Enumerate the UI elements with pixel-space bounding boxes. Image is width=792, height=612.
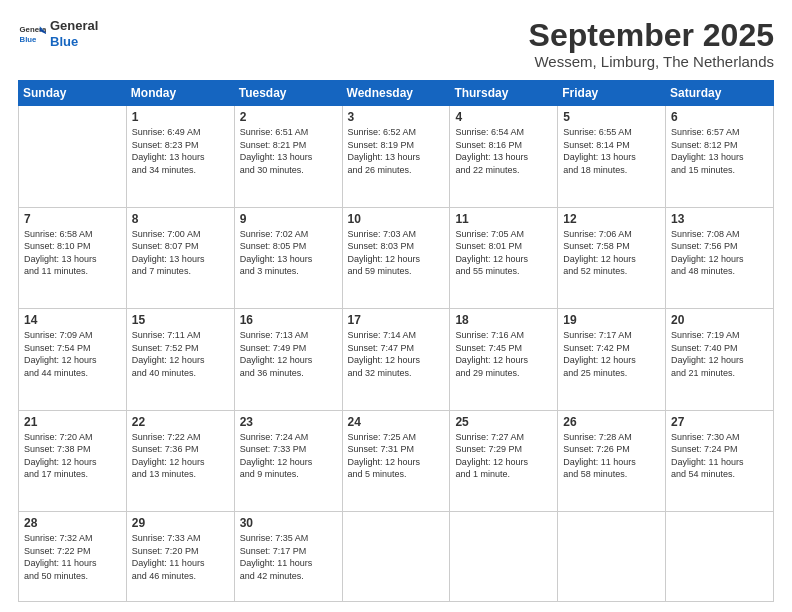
day-info: Sunrise: 6:58 AM Sunset: 8:10 PM Dayligh…	[24, 228, 121, 278]
title-block: September 2025 Wessem, Limburg, The Neth…	[529, 18, 774, 70]
day-info: Sunrise: 7:27 AM Sunset: 7:29 PM Dayligh…	[455, 431, 552, 481]
day-number: 10	[348, 212, 445, 226]
day-number: 15	[132, 313, 229, 327]
day-info: Sunrise: 7:28 AM Sunset: 7:26 PM Dayligh…	[563, 431, 660, 481]
logo-blue-text: Blue	[50, 34, 98, 50]
day-number: 28	[24, 516, 121, 530]
calendar-cell	[450, 512, 558, 602]
day-info: Sunrise: 7:02 AM Sunset: 8:05 PM Dayligh…	[240, 228, 337, 278]
calendar-cell: 7Sunrise: 6:58 AM Sunset: 8:10 PM Daylig…	[19, 207, 127, 308]
day-number: 14	[24, 313, 121, 327]
day-number: 6	[671, 110, 768, 124]
day-info: Sunrise: 7:13 AM Sunset: 7:49 PM Dayligh…	[240, 329, 337, 379]
calendar-cell: 17Sunrise: 7:14 AM Sunset: 7:47 PM Dayli…	[342, 309, 450, 410]
day-info: Sunrise: 7:33 AM Sunset: 7:20 PM Dayligh…	[132, 532, 229, 582]
day-number: 5	[563, 110, 660, 124]
day-number: 21	[24, 415, 121, 429]
calendar-cell: 25Sunrise: 7:27 AM Sunset: 7:29 PM Dayli…	[450, 410, 558, 511]
calendar-cell: 15Sunrise: 7:11 AM Sunset: 7:52 PM Dayli…	[126, 309, 234, 410]
calendar-table: SundayMondayTuesdayWednesdayThursdayFrid…	[18, 80, 774, 602]
day-info: Sunrise: 6:55 AM Sunset: 8:14 PM Dayligh…	[563, 126, 660, 176]
calendar-cell: 24Sunrise: 7:25 AM Sunset: 7:31 PM Dayli…	[342, 410, 450, 511]
day-info: Sunrise: 6:54 AM Sunset: 8:16 PM Dayligh…	[455, 126, 552, 176]
calendar-cell	[19, 106, 127, 207]
calendar-cell: 2Sunrise: 6:51 AM Sunset: 8:21 PM Daylig…	[234, 106, 342, 207]
day-info: Sunrise: 7:20 AM Sunset: 7:38 PM Dayligh…	[24, 431, 121, 481]
day-number: 1	[132, 110, 229, 124]
calendar-cell: 8Sunrise: 7:00 AM Sunset: 8:07 PM Daylig…	[126, 207, 234, 308]
day-number: 29	[132, 516, 229, 530]
day-info: Sunrise: 6:49 AM Sunset: 8:23 PM Dayligh…	[132, 126, 229, 176]
day-number: 25	[455, 415, 552, 429]
day-info: Sunrise: 7:17 AM Sunset: 7:42 PM Dayligh…	[563, 329, 660, 379]
calendar-cell: 26Sunrise: 7:28 AM Sunset: 7:26 PM Dayli…	[558, 410, 666, 511]
calendar-cell: 1Sunrise: 6:49 AM Sunset: 8:23 PM Daylig…	[126, 106, 234, 207]
day-info: Sunrise: 7:08 AM Sunset: 7:56 PM Dayligh…	[671, 228, 768, 278]
calendar-cell: 16Sunrise: 7:13 AM Sunset: 7:49 PM Dayli…	[234, 309, 342, 410]
day-number: 11	[455, 212, 552, 226]
day-number: 3	[348, 110, 445, 124]
calendar-cell: 30Sunrise: 7:35 AM Sunset: 7:17 PM Dayli…	[234, 512, 342, 602]
day-info: Sunrise: 7:19 AM Sunset: 7:40 PM Dayligh…	[671, 329, 768, 379]
weekday-header-thursday: Thursday	[450, 81, 558, 106]
calendar-cell: 9Sunrise: 7:02 AM Sunset: 8:05 PM Daylig…	[234, 207, 342, 308]
day-info: Sunrise: 6:51 AM Sunset: 8:21 PM Dayligh…	[240, 126, 337, 176]
day-info: Sunrise: 7:30 AM Sunset: 7:24 PM Dayligh…	[671, 431, 768, 481]
day-number: 8	[132, 212, 229, 226]
day-number: 17	[348, 313, 445, 327]
logo-general-text: General	[50, 18, 98, 34]
weekday-header-row: SundayMondayTuesdayWednesdayThursdayFrid…	[19, 81, 774, 106]
day-info: Sunrise: 7:00 AM Sunset: 8:07 PM Dayligh…	[132, 228, 229, 278]
calendar-page: General Blue General Blue September 2025…	[0, 0, 792, 612]
calendar-cell: 27Sunrise: 7:30 AM Sunset: 7:24 PM Dayli…	[666, 410, 774, 511]
day-info: Sunrise: 7:25 AM Sunset: 7:31 PM Dayligh…	[348, 431, 445, 481]
calendar-cell: 4Sunrise: 6:54 AM Sunset: 8:16 PM Daylig…	[450, 106, 558, 207]
day-info: Sunrise: 7:09 AM Sunset: 7:54 PM Dayligh…	[24, 329, 121, 379]
day-info: Sunrise: 7:32 AM Sunset: 7:22 PM Dayligh…	[24, 532, 121, 582]
calendar-cell	[342, 512, 450, 602]
calendar-cell	[558, 512, 666, 602]
day-info: Sunrise: 7:24 AM Sunset: 7:33 PM Dayligh…	[240, 431, 337, 481]
weekday-header-monday: Monday	[126, 81, 234, 106]
day-number: 12	[563, 212, 660, 226]
calendar-cell: 5Sunrise: 6:55 AM Sunset: 8:14 PM Daylig…	[558, 106, 666, 207]
weekday-header-friday: Friday	[558, 81, 666, 106]
weekday-header-wednesday: Wednesday	[342, 81, 450, 106]
calendar-cell: 10Sunrise: 7:03 AM Sunset: 8:03 PM Dayli…	[342, 207, 450, 308]
weekday-header-sunday: Sunday	[19, 81, 127, 106]
day-number: 20	[671, 313, 768, 327]
day-info: Sunrise: 7:03 AM Sunset: 8:03 PM Dayligh…	[348, 228, 445, 278]
calendar-cell: 21Sunrise: 7:20 AM Sunset: 7:38 PM Dayli…	[19, 410, 127, 511]
calendar-cell: 29Sunrise: 7:33 AM Sunset: 7:20 PM Dayli…	[126, 512, 234, 602]
day-info: Sunrise: 7:06 AM Sunset: 7:58 PM Dayligh…	[563, 228, 660, 278]
logo: General Blue General Blue	[18, 18, 98, 49]
header: General Blue General Blue September 2025…	[18, 18, 774, 70]
calendar-cell: 11Sunrise: 7:05 AM Sunset: 8:01 PM Dayli…	[450, 207, 558, 308]
day-number: 24	[348, 415, 445, 429]
location-title: Wessem, Limburg, The Netherlands	[529, 53, 774, 70]
day-number: 22	[132, 415, 229, 429]
weekday-header-saturday: Saturday	[666, 81, 774, 106]
calendar-cell: 3Sunrise: 6:52 AM Sunset: 8:19 PM Daylig…	[342, 106, 450, 207]
day-number: 4	[455, 110, 552, 124]
day-info: Sunrise: 7:35 AM Sunset: 7:17 PM Dayligh…	[240, 532, 337, 582]
day-info: Sunrise: 7:14 AM Sunset: 7:47 PM Dayligh…	[348, 329, 445, 379]
month-title: September 2025	[529, 18, 774, 53]
day-number: 16	[240, 313, 337, 327]
calendar-cell: 6Sunrise: 6:57 AM Sunset: 8:12 PM Daylig…	[666, 106, 774, 207]
day-number: 26	[563, 415, 660, 429]
day-number: 7	[24, 212, 121, 226]
day-number: 18	[455, 313, 552, 327]
day-info: Sunrise: 7:22 AM Sunset: 7:36 PM Dayligh…	[132, 431, 229, 481]
day-number: 13	[671, 212, 768, 226]
weekday-header-tuesday: Tuesday	[234, 81, 342, 106]
calendar-cell: 22Sunrise: 7:22 AM Sunset: 7:36 PM Dayli…	[126, 410, 234, 511]
calendar-cell	[666, 512, 774, 602]
calendar-cell: 28Sunrise: 7:32 AM Sunset: 7:22 PM Dayli…	[19, 512, 127, 602]
day-number: 27	[671, 415, 768, 429]
calendar-cell: 23Sunrise: 7:24 AM Sunset: 7:33 PM Dayli…	[234, 410, 342, 511]
day-number: 30	[240, 516, 337, 530]
day-number: 2	[240, 110, 337, 124]
day-info: Sunrise: 7:05 AM Sunset: 8:01 PM Dayligh…	[455, 228, 552, 278]
logo-icon: General Blue	[18, 20, 46, 48]
